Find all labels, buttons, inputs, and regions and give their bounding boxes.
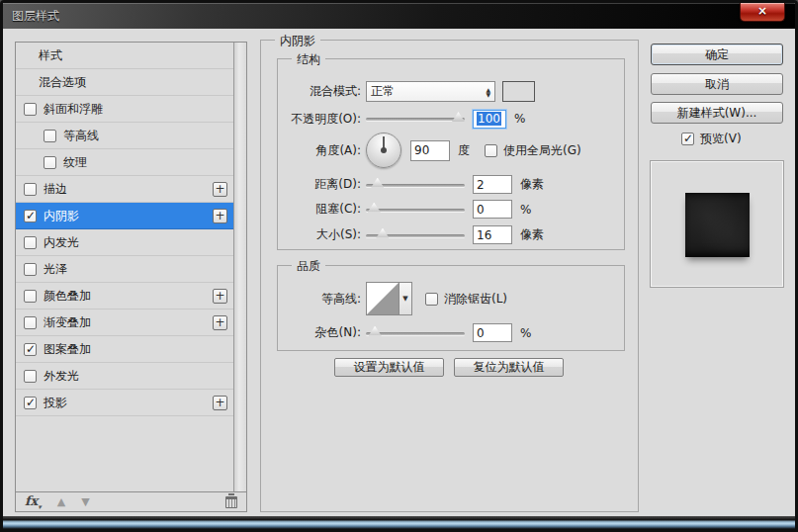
style-enable-checkbox[interactable] <box>44 156 56 169</box>
style-list-item[interactable]: 外发光 + <box>16 363 233 390</box>
reset-default-button[interactable]: 复位为默认值 <box>454 358 564 377</box>
style-list-item[interactable]: 斜面和浮雕 + <box>16 96 233 123</box>
angle-dial[interactable] <box>366 133 401 168</box>
style-enable-checkbox[interactable] <box>44 130 56 142</box>
noise-slider[interactable] <box>366 326 465 340</box>
style-item-label: 样式 <box>39 47 62 64</box>
shadow-color-swatch[interactable] <box>502 81 535 102</box>
style-enable-checkbox[interactable] <box>24 236 37 249</box>
global-light-checkbox[interactable] <box>485 144 497 157</box>
size-input[interactable]: 16 <box>473 225 512 244</box>
delete-effect-icon[interactable] <box>225 496 237 508</box>
antialias-checkbox[interactable] <box>425 293 438 306</box>
distance-input[interactable]: 2 <box>473 175 512 194</box>
style-enable-checkbox[interactable] <box>24 103 37 116</box>
size-label: 大小(S): <box>261 226 366 243</box>
contour-dropdown-icon[interactable]: ▼ <box>399 282 412 315</box>
opacity-input[interactable]: 100 <box>473 110 506 129</box>
move-effect-down-icon[interactable]: ▼ <box>81 495 89 508</box>
style-item-label: 等高线 <box>63 128 99 144</box>
duplicate-effect-button[interactable]: + <box>213 209 227 223</box>
window-title: 图层样式 <box>3 8 59 25</box>
noise-input[interactable]: 0 <box>473 323 512 342</box>
close-button[interactable]: × <box>740 3 785 22</box>
noise-slider-thumb[interactable] <box>369 326 382 336</box>
style-enable-checkbox[interactable] <box>24 263 37 276</box>
quality-group-title: 品质 <box>292 258 325 275</box>
size-unit: 像素 <box>520 226 544 243</box>
global-light-label: 使用全局光(G) <box>503 142 581 159</box>
style-enable-checkbox[interactable] <box>24 290 37 303</box>
angle-label: 角度(A): <box>261 142 366 159</box>
styles-scrollbar[interactable] <box>233 43 246 491</box>
window-bottom-edge <box>3 516 795 529</box>
move-effect-up-icon[interactable]: ▲ <box>57 495 65 508</box>
style-item-label: 光泽 <box>44 261 67 278</box>
style-item-label: 外发光 <box>44 368 79 385</box>
opacity-unit: % <box>514 112 525 126</box>
distance-slider[interactable] <box>366 178 465 192</box>
style-enable-checkbox[interactable] <box>24 370 37 383</box>
size-slider-thumb[interactable] <box>376 228 389 238</box>
blend-mode-select[interactable]: 正常 ▲▼ <box>366 81 495 102</box>
style-list-item[interactable]: 颜色叠加 + <box>16 283 233 310</box>
style-list-item[interactable]: 等高线 + <box>16 123 233 149</box>
style-item-label: 图案叠加 <box>44 341 91 358</box>
choke-slider[interactable] <box>366 203 465 217</box>
style-list-item[interactable]: 混合选项 + <box>16 69 233 96</box>
style-items-container: 样式 + 混合选项 + 斜面和浮雕 + 等高线 + 纹理 + 描边 + 内阴影 … <box>16 43 233 491</box>
style-item-label: 描边 <box>44 181 67 198</box>
style-enable-checkbox[interactable] <box>24 210 37 222</box>
style-list-item[interactable]: 图案叠加 + <box>16 336 233 363</box>
new-style-button[interactable]: 新建样式(W)... <box>651 102 783 124</box>
style-enable-checkbox[interactable] <box>24 397 37 409</box>
style-enable-checkbox[interactable] <box>24 316 37 329</box>
duplicate-effect-button[interactable]: + <box>213 182 227 197</box>
distance-slider-thumb[interactable] <box>371 178 384 188</box>
style-item-label: 混合选项 <box>39 74 86 91</box>
duplicate-effect-button[interactable]: + <box>213 396 227 410</box>
preview-label: 预览(V) <box>700 131 742 147</box>
style-item-label: 内发光 <box>44 234 79 251</box>
size-slider[interactable] <box>366 228 465 242</box>
style-list-item[interactable]: 渐变叠加 + <box>16 310 233 336</box>
opacity-slider[interactable] <box>366 112 465 126</box>
duplicate-effect-button[interactable]: + <box>213 289 227 304</box>
antialias-label: 消除锯齿(L) <box>444 291 507 308</box>
choke-input[interactable]: 0 <box>473 200 512 219</box>
preview-checkbox[interactable] <box>681 133 694 145</box>
angle-unit: 度 <box>458 142 470 159</box>
choke-unit: % <box>520 203 531 217</box>
contour-thumbnail[interactable] <box>366 282 399 315</box>
styles-list: 样式 + 混合选项 + 斜面和浮雕 + 等高线 + 纹理 + 描边 + 内阴影 … <box>15 42 247 492</box>
ok-button[interactable]: 确定 <box>651 44 783 65</box>
style-list-item[interactable]: 纹理 + <box>16 149 233 176</box>
style-list-item[interactable]: 样式 + <box>16 43 233 69</box>
opacity-slider-thumb[interactable] <box>452 112 465 122</box>
titlebar[interactable]: 图层样式 <box>3 3 795 29</box>
angle-input[interactable]: 90 <box>410 140 450 161</box>
style-list-item[interactable]: 投影 + <box>16 390 233 416</box>
inner-shadow-panel: 内阴影 结构 品质 混合模式: 正常 ▲▼ 不透明度(O): 10 <box>260 40 639 512</box>
fx-menu-icon[interactable]: fx▾ <box>25 493 42 511</box>
spinner-arrows-icon: ▲▼ <box>486 87 490 97</box>
preview-box <box>650 160 784 288</box>
style-item-label: 纹理 <box>63 154 87 171</box>
duplicate-effect-button[interactable]: + <box>213 315 227 330</box>
style-enable-checkbox[interactable] <box>24 183 37 196</box>
choke-slider-thumb[interactable] <box>368 203 381 213</box>
close-icon: × <box>757 4 767 18</box>
style-enable-checkbox[interactable] <box>24 343 37 356</box>
noise-unit: % <box>520 326 531 340</box>
style-list-item[interactable]: 光泽 + <box>16 256 233 283</box>
style-list-item[interactable]: 内发光 + <box>16 229 233 256</box>
preview-thumbnail <box>685 193 750 257</box>
opacity-label: 不透明度(O): <box>261 111 366 128</box>
set-default-button[interactable]: 设置为默认值 <box>334 358 444 377</box>
style-list-item[interactable]: 描边 + <box>16 176 233 203</box>
preview-toggle-row: 预览(V) <box>681 131 742 147</box>
style-list-item[interactable]: 内阴影 + <box>16 203 233 229</box>
choke-label: 阻塞(C): <box>261 201 366 218</box>
structure-group-title: 结构 <box>292 51 325 68</box>
cancel-button[interactable]: 取消 <box>651 73 783 95</box>
